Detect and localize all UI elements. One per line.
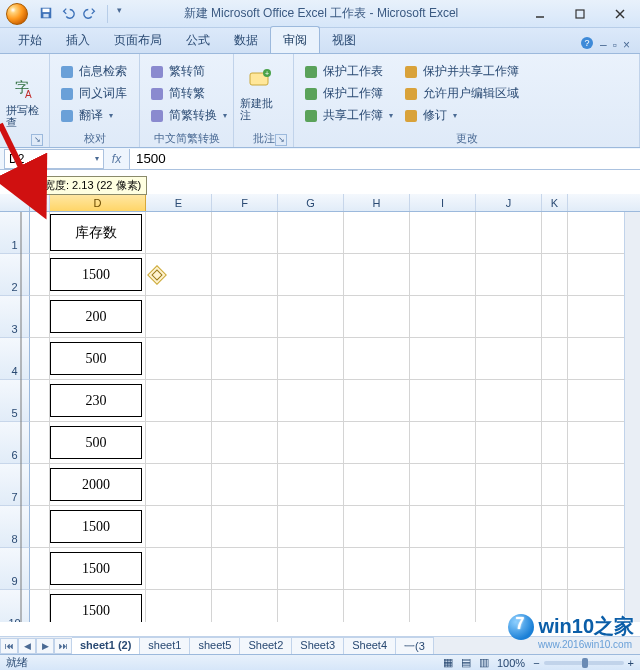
ribbon-tab-6[interactable]: 视图 — [320, 27, 368, 53]
group-proofing-label: 校对 — [84, 132, 106, 144]
cell-value[interactable]: 1500 — [50, 510, 142, 543]
column-header-E[interactable]: E — [146, 194, 212, 211]
sheet-tab[interactable]: Sheet2 — [239, 637, 292, 655]
ribbon-cmd[interactable]: 繁转简 — [146, 62, 230, 81]
svg-text:+: + — [265, 70, 269, 77]
help-icon[interactable]: ? — [580, 36, 594, 53]
svg-rect-22 — [305, 88, 317, 100]
cell-value[interactable]: 1500 — [50, 594, 142, 622]
group-chinese-label: 中文简繁转换 — [154, 132, 220, 144]
undo-icon[interactable] — [60, 5, 76, 21]
view-pagebreak-icon[interactable]: ▥ — [479, 656, 489, 669]
watermark-logo-icon — [508, 614, 534, 640]
ribbon-tab-2[interactable]: 页面布局 — [102, 27, 174, 53]
sheet-nav-next[interactable]: ▶ — [36, 638, 54, 654]
sheet-tab[interactable]: sheet1 (2) — [72, 637, 140, 655]
ribbon-cmd[interactable]: 修订▾ — [400, 106, 522, 125]
column-header-I[interactable]: I — [410, 194, 476, 211]
ribbon-cmd[interactable]: 保护工作簿 — [300, 84, 396, 103]
row-header[interactable]: 7 — [0, 464, 30, 506]
ribbon-cmd[interactable]: 同义词库 — [56, 84, 130, 103]
ribbon-cmd[interactable]: 简转繁 — [146, 84, 230, 103]
column-width-tooltip: 宽度: 2.13 (22 像素) — [38, 176, 147, 195]
office-button[interactable] — [0, 0, 34, 28]
row-header[interactable]: 6 — [0, 422, 30, 464]
vertical-scrollbar[interactable] — [624, 212, 640, 622]
sheet-tab[interactable]: sheet1 — [139, 637, 190, 655]
svg-rect-21 — [305, 66, 317, 78]
ribbon-tab-3[interactable]: 公式 — [174, 27, 222, 53]
sheet-tab[interactable]: 一(3 — [395, 637, 434, 655]
cell-value[interactable]: 500 — [50, 426, 142, 459]
sheet-tab[interactable]: Sheet3 — [291, 637, 344, 655]
cell-value[interactable]: 1500 — [50, 258, 142, 291]
zoom-slider[interactable]: −+ — [533, 657, 634, 669]
minimize-button[interactable] — [520, 2, 560, 26]
ribbon-tab-4[interactable]: 数据 — [222, 27, 270, 53]
ribbon: 字A 拼写检查 ↘ 信息检索同义词库翻译▾ 校对 繁转简简转繁简繁转换▾ 中文简… — [0, 54, 640, 148]
cell-value[interactable]: 2000 — [50, 468, 142, 501]
column-header-H[interactable]: H — [344, 194, 410, 211]
view-layout-icon[interactable]: ▤ — [461, 656, 471, 669]
ribbon-cmd[interactable]: 保护并共享工作簿 — [400, 62, 522, 81]
svg-rect-13 — [61, 88, 73, 100]
row-header[interactable]: 3 — [0, 296, 30, 338]
row-header[interactable]: 9 — [0, 548, 30, 590]
new-comment-button[interactable]: + 新建批注 — [240, 57, 280, 130]
sheet-tab[interactable]: Sheet4 — [343, 637, 396, 655]
row-header[interactable]: 10 — [0, 590, 30, 622]
spreadsheet-grid[interactable]: CDEFGHIJK 1库存数21500320045005230650072000… — [0, 194, 640, 638]
sheet-nav-last[interactable]: ⏭ — [54, 638, 72, 654]
ribbon-cmd[interactable]: 保护工作表 — [300, 62, 396, 81]
row-header[interactable]: 2 — [0, 254, 30, 296]
svg-rect-15 — [151, 66, 163, 78]
cell-value[interactable]: 1500 — [50, 552, 142, 585]
svg-rect-24 — [405, 66, 417, 78]
formula-input[interactable] — [130, 149, 640, 169]
column-header-J[interactable]: J — [476, 194, 542, 211]
ribbon-tab-1[interactable]: 插入 — [54, 27, 102, 53]
ribbon-cmd[interactable]: 允许用户编辑区域 — [400, 84, 522, 103]
mdi-close-icon[interactable]: × — [623, 38, 630, 52]
svg-text:?: ? — [585, 38, 590, 48]
view-normal-icon[interactable]: ▦ — [443, 656, 453, 669]
watermark: win10之家 — [508, 613, 634, 640]
column-header-D[interactable]: D — [50, 194, 146, 211]
quick-access-toolbar: ▾ — [38, 5, 122, 23]
fx-icon[interactable]: fx — [104, 149, 130, 169]
redo-icon[interactable] — [82, 5, 98, 21]
row-header[interactable]: 5 — [0, 380, 30, 422]
mdi-restore-icon[interactable]: ▫ — [613, 38, 617, 52]
column-header-G[interactable]: G — [278, 194, 344, 211]
dialog-launcher-icon[interactable]: ↘ — [275, 134, 287, 146]
row-header[interactable]: 4 — [0, 338, 30, 380]
cell-header[interactable]: 库存数 — [50, 214, 142, 251]
close-button[interactable] — [600, 2, 640, 26]
ribbon-tab-0[interactable]: 开始 — [6, 27, 54, 53]
ribbon-cmd[interactable]: 信息检索 — [56, 62, 130, 81]
sheet-nav-first[interactable]: ⏮ — [0, 638, 18, 654]
cell-value[interactable]: 230 — [50, 384, 142, 417]
column-header-F[interactable]: F — [212, 194, 278, 211]
column-header-K[interactable]: K — [542, 194, 568, 211]
row-header[interactable]: 8 — [0, 506, 30, 548]
maximize-button[interactable] — [560, 2, 600, 26]
group-comments-label: 批注 — [253, 132, 275, 144]
sheet-nav-prev[interactable]: ◀ — [18, 638, 36, 654]
svg-rect-26 — [405, 110, 417, 122]
svg-rect-23 — [305, 110, 317, 122]
save-icon[interactable] — [38, 5, 54, 21]
ribbon-tab-5[interactable]: 审阅 — [270, 26, 320, 53]
ribbon-cmd[interactable]: 翻译▾ — [56, 106, 130, 125]
mdi-minimize-icon[interactable]: – — [600, 38, 607, 52]
svg-rect-12 — [61, 66, 73, 78]
cell-value[interactable]: 200 — [50, 300, 142, 333]
window-title: 新建 Microsoft Office Excel 工作表 - Microsof… — [122, 5, 520, 22]
ribbon-tabs: 开始插入页面布局公式数据审阅视图 ? – ▫ × — [0, 28, 640, 54]
cell-value[interactable]: 500 — [50, 342, 142, 375]
ribbon-cmd[interactable]: 简繁转换▾ — [146, 106, 230, 125]
overlay-arrow — [0, 120, 54, 220]
sheet-tab[interactable]: sheet5 — [189, 637, 240, 655]
ribbon-cmd[interactable]: 共享工作簿▾ — [300, 106, 396, 125]
svg-rect-5 — [576, 10, 584, 18]
